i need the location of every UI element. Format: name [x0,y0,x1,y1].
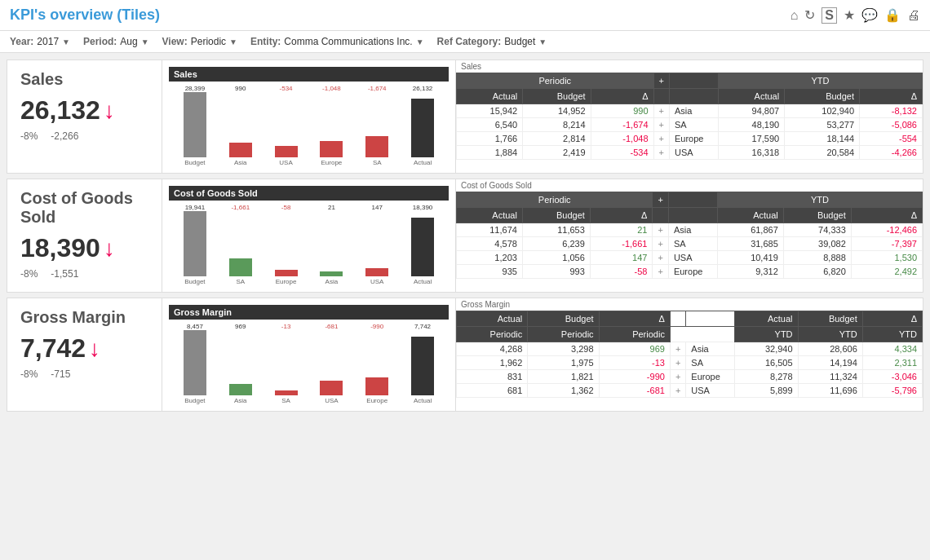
expand-btn[interactable]: + [653,251,668,265]
th-sub-budget: Periodic [528,327,599,342]
table-section-label: Sales [456,60,923,73]
cell-budget: 1,821 [528,370,599,384]
expand-btn[interactable]: + [653,237,668,251]
expand-btn[interactable]: + [653,146,669,160]
cell-ytd-budget: 11,696 [798,384,862,398]
cell-ytd-actual: 16,318 [718,146,784,160]
cell-ytd-budget: 11,324 [798,370,862,384]
th-ytd-actual: Actual [717,208,783,223]
cell-budget: 14,952 [523,104,591,118]
year-value: 2017 [37,36,59,47]
entity-arrow[interactable]: ▼ [416,37,424,46]
cell-entity: Asia [668,223,717,237]
cell-ytd-delta: -3,046 [862,370,922,384]
th-expand-col [670,311,685,327]
year-selector[interactable]: Year: 2017 ▼ [10,36,70,47]
th-ytd-delta: Δ [862,311,922,327]
table-section-label: Cost of Goods Sold [456,179,923,192]
kpi-left-panel: Sales 26,132↓ -8% -2,266 [7,60,162,173]
S-icon[interactable]: S [822,7,837,24]
refcat-label: Ref Category: [437,36,502,47]
header: KPI's overview (Tiles) ⌂ ↻ S ★ 💬 🔒 🖨 [0,0,930,31]
cell-budget: 2,814 [523,132,591,146]
home-icon[interactable]: ⌂ [790,8,799,23]
th-entity-spacer [668,192,717,208]
main-content: Sales 26,132↓ -8% -2,266 Sales 28,399 [0,53,930,418]
toolbar: Year: 2017 ▼ Period: Aug ▼ View: Periodi… [0,31,930,53]
lock-icon[interactable]: 🔒 [884,7,901,23]
th-add-col[interactable]: + [653,73,669,89]
expand-btn[interactable]: + [670,384,685,398]
print-icon[interactable]: 🖨 [907,8,920,23]
kpi-pct: -8% [20,130,38,142]
star-icon[interactable]: ★ [844,7,855,23]
waterfall-chart: 19,941 Budget -1,661 SA -58 Europe [169,204,449,285]
chart-bar: 28,399 Budget [184,85,206,166]
cell-ytd-delta: 1,530 [851,251,922,265]
th-actual-periodic: Actual [457,311,528,327]
th-actual: Actual [457,89,523,104]
th-add-col[interactable]: + [653,192,668,208]
kpi-name: Cost of Goods Sold [20,189,148,227]
period-value: Aug [120,36,137,47]
chart-bar: -1,048 Europe [320,85,343,166]
kpi-name: Sales [20,70,148,89]
expand-btn[interactable]: + [670,342,685,356]
cell-entity: USA [668,251,717,265]
expand-btn[interactable]: + [653,118,669,132]
period-selector[interactable]: Period: Aug ▼ [83,36,149,47]
th-delta: Δ [590,208,653,223]
expand-btn[interactable]: + [653,132,669,146]
kpi-diff: -715 [51,368,70,380]
chart-bar: -58 Europe [275,204,298,285]
kpi-down-indicator: ↓ [89,336,100,362]
year-arrow[interactable]: ▼ [62,37,70,46]
chart-bar: -681 USA [320,323,343,404]
header-icons-group: ⌂ ↻ S ★ 💬 🔒 🖨 [790,7,920,24]
cell-actual: 1,962 [457,356,528,370]
kpi-meta: -8% -1,551 [20,268,148,280]
cell-entity: SA [669,118,718,132]
kpi-diff: -1,551 [51,268,78,280]
th-budget: Budget [522,208,590,223]
cell-ytd-actual: 17,590 [718,132,784,146]
table-row: 15,942 14,952 990 + Asia 94,807 102,940 … [457,104,923,118]
cell-actual: 935 [457,265,523,279]
entity-selector[interactable]: Entity: Comma Communications Inc. ▼ [250,36,424,47]
cell-actual: 6,540 [457,118,523,132]
chart-bar: 7,742 Actual [411,323,434,404]
cell-actual: 1,766 [457,132,523,146]
kpi-value-display: 7,742↓ [20,333,148,364]
cell-ytd-delta: -5,086 [860,118,923,132]
cell-ytd-actual: 48,190 [718,118,784,132]
cell-actual: 681 [457,384,528,398]
cell-ytd-actual: 9,312 [717,265,783,279]
cell-delta: 969 [599,342,670,356]
period-arrow[interactable]: ▼ [141,37,149,46]
view-selector[interactable]: View: Periodic ▼ [162,36,237,47]
cell-entity: SA [686,356,735,370]
expand-btn[interactable]: + [653,104,669,118]
cell-ytd-actual: 61,867 [717,223,783,237]
cell-entity: Asia [669,104,718,118]
cell-delta: -1,048 [591,132,653,146]
comment-icon[interactable]: 💬 [861,7,878,23]
expand-btn[interactable]: + [653,223,668,237]
refcat-arrow[interactable]: ▼ [538,37,547,46]
view-arrow[interactable]: ▼ [229,37,237,46]
expand-btn[interactable]: + [670,356,685,370]
expand-btn[interactable]: + [670,370,685,384]
cell-ytd-actual: 16,505 [735,356,798,370]
cell-actual: 15,942 [457,104,523,118]
kpi-row: Gross Margin 7,742↓ -8% -715 Gross Margi… [7,298,923,412]
expand-btn[interactable]: + [653,265,668,279]
refcat-selector[interactable]: Ref Category: Budget ▼ [437,36,547,47]
th-sub-delta: Periodic [599,327,670,342]
chart-bar: 21 Asia [320,204,343,285]
cell-delta: 990 [591,104,653,118]
entity-label: Entity: [250,36,281,47]
cell-actual: 11,674 [457,223,523,237]
view-value: Periodic [191,36,226,47]
refresh-icon[interactable]: ↻ [804,7,815,23]
chart-bar: -1,674 SA [365,85,388,166]
